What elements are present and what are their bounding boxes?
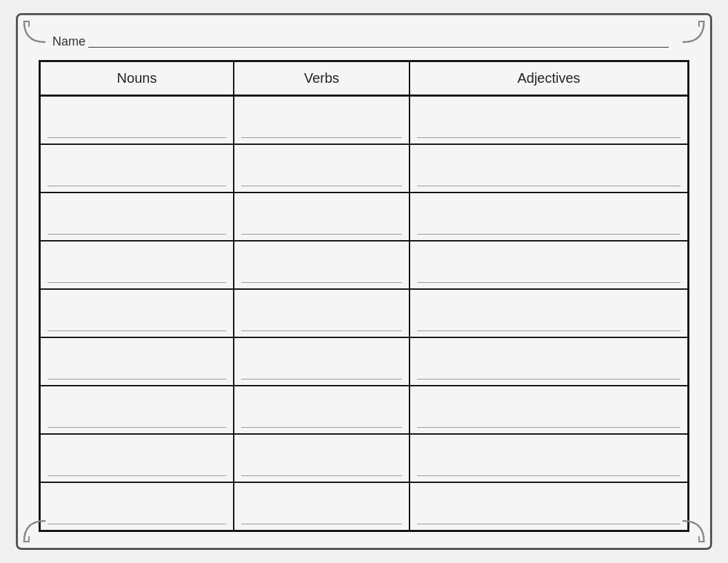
table-row[interactable] <box>40 144 689 192</box>
cell-row0-col0[interactable] <box>40 96 234 145</box>
column-header-verbs: Verbs <box>234 61 410 96</box>
cell-row5-col0[interactable] <box>40 337 234 386</box>
cell-row4-col0[interactable] <box>40 289 234 337</box>
cell-row5-col2[interactable] <box>410 337 688 386</box>
cell-row2-col0[interactable] <box>40 192 234 241</box>
table-row[interactable] <box>40 337 689 386</box>
cell-row4-col2[interactable] <box>410 289 688 337</box>
table-row[interactable] <box>40 241 689 289</box>
worksheet-page: Name Nouns Verbs Adjectives <box>16 13 712 550</box>
table-row[interactable] <box>40 192 689 241</box>
name-label: Name <box>52 34 85 49</box>
cell-row3-col2[interactable] <box>410 241 688 289</box>
cell-row6-col0[interactable] <box>40 386 234 434</box>
table-body <box>40 96 689 531</box>
corner-decoration-bl <box>21 517 48 545</box>
cell-row0-col1[interactable] <box>234 96 410 145</box>
cell-row7-col1[interactable] <box>234 434 410 482</box>
cell-row1-col2[interactable] <box>410 144 688 192</box>
cell-row6-col2[interactable] <box>410 386 688 434</box>
cell-row3-col0[interactable] <box>40 241 234 289</box>
corner-decoration-tl <box>21 18 48 46</box>
table-row[interactable] <box>40 434 689 482</box>
name-field-row: Name <box>39 34 689 49</box>
word-sort-table: Nouns Verbs Adjectives <box>39 60 689 532</box>
cell-row5-col1[interactable] <box>234 337 410 386</box>
cell-row7-col2[interactable] <box>410 434 688 482</box>
column-header-adjectives: Adjectives <box>410 61 688 96</box>
name-underline[interactable] <box>88 47 669 48</box>
cell-row8-col0[interactable] <box>40 482 234 531</box>
cell-row3-col1[interactable] <box>234 241 410 289</box>
cell-row8-col1[interactable] <box>234 482 410 531</box>
table-row[interactable] <box>40 482 689 531</box>
table-row[interactable] <box>40 96 689 145</box>
cell-row8-col2[interactable] <box>410 482 688 531</box>
cell-row7-col0[interactable] <box>40 434 234 482</box>
table-row[interactable] <box>40 289 689 337</box>
cell-row2-col1[interactable] <box>234 192 410 241</box>
cell-row1-col1[interactable] <box>234 144 410 192</box>
corner-decoration-tr <box>680 18 707 46</box>
cell-row6-col1[interactable] <box>234 386 410 434</box>
table-header-row: Nouns Verbs Adjectives <box>40 61 689 96</box>
cell-row0-col2[interactable] <box>410 96 688 145</box>
corner-decoration-br <box>680 517 707 545</box>
cell-row2-col2[interactable] <box>410 192 688 241</box>
cell-row1-col0[interactable] <box>40 144 234 192</box>
column-header-nouns: Nouns <box>40 61 234 96</box>
cell-row4-col1[interactable] <box>234 289 410 337</box>
table-row[interactable] <box>40 386 689 434</box>
